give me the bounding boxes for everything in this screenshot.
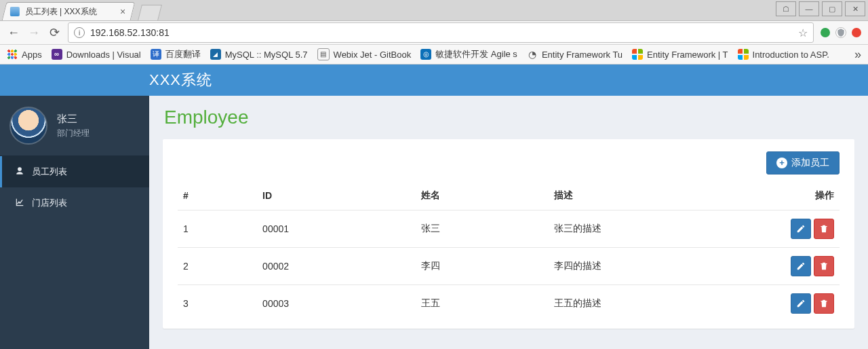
site-info-icon[interactable]: i — [74, 27, 85, 38]
bookmark-label: Entity Framework Tu — [542, 50, 623, 60]
bookmark-favicon-icon: ∞ — [52, 49, 62, 60]
cell-id: 00002 — [257, 248, 416, 285]
col-desc: 描述 — [549, 181, 747, 210]
sidebar-item-label: 门店列表 — [32, 197, 67, 209]
bookmark-label: Apps — [22, 50, 42, 60]
bookmark-favicon-icon: ◔ — [527, 49, 538, 60]
plus-circle-icon: + — [776, 158, 787, 168]
bookmark-favicon-icon: 译 — [151, 49, 161, 60]
sidebar-item-label: 员工列表 — [32, 166, 67, 178]
avatar — [9, 107, 47, 145]
sidebar: 张三 部门经理 员工列表 门店列表 — [0, 96, 149, 349]
cell-ops — [747, 285, 840, 323]
window-user-icon[interactable]: ☖ — [776, 1, 796, 16]
extension-icon[interactable] — [821, 28, 830, 37]
employee-table: # ID 姓名 描述 操作 100001张三张三的描述200002李四李四的描述… — [178, 181, 840, 322]
bookmark-item[interactable]: Entity Framework | T — [632, 49, 728, 60]
bookmark-label: Introduction to ASP. — [753, 50, 829, 60]
nav-reload-icon[interactable]: ⟳ — [47, 26, 61, 39]
bookmark-label: 百度翻译 — [165, 48, 201, 60]
cell-index: 2 — [178, 248, 257, 285]
window-controls: ☖ ― ▢ ✕ — [776, 1, 865, 16]
bookmarks-overflow-icon[interactable]: » — [854, 48, 861, 62]
bookmark-item[interactable]: ▤ Webix Jet - GitBook — [317, 48, 412, 60]
window-close-icon[interactable]: ✕ — [845, 1, 865, 16]
user-name: 张三 — [57, 113, 90, 126]
bookmark-favicon-icon — [738, 49, 749, 60]
employee-panel: + 添加员工 # ID 姓名 描述 操作 100001张三张 — [163, 139, 854, 329]
apps-icon — [7, 49, 18, 60]
bookmark-label: Downloads | Visual — [66, 50, 141, 60]
app-header: XXX系统 — [0, 65, 868, 96]
bookmark-favicon-icon: ◢ — [210, 49, 221, 60]
new-tab-button[interactable] — [138, 5, 162, 20]
cell-index: 1 — [178, 210, 257, 248]
cell-desc: 李四的描述 — [549, 248, 747, 285]
cell-name: 李四 — [416, 248, 548, 285]
bookmark-item[interactable]: 译 百度翻译 — [151, 48, 201, 60]
bookmark-label: MySQL :: MySQL 5.7 — [225, 50, 308, 60]
cell-name: 张三 — [416, 210, 548, 248]
cell-name: 王五 — [416, 285, 548, 323]
delete-button[interactable] — [814, 256, 834, 276]
user-icon — [14, 166, 25, 178]
bookmark-favicon-icon: ▤ — [317, 48, 330, 60]
bookmark-star-icon[interactable]: ☆ — [798, 26, 808, 39]
col-index: # — [178, 181, 257, 210]
table-row: 200002李四李四的描述 — [178, 248, 840, 285]
table-row: 300003王五王五的描述 — [178, 285, 840, 323]
user-role: 部门经理 — [57, 128, 90, 139]
content-area: Employee + 添加员工 # ID 姓名 描述 — [149, 96, 868, 349]
bookmarks-bar: Apps ∞ Downloads | Visual 译 百度翻译 ◢ MySQL… — [0, 45, 868, 65]
extension-icon[interactable] — [835, 27, 846, 38]
delete-button[interactable] — [814, 219, 834, 239]
edit-button[interactable] — [791, 219, 811, 239]
browser-toolbar: ← → ⟳ i 192.168.52.130:81 ☆ — [0, 21, 868, 45]
address-url: 192.168.52.130:81 — [90, 27, 170, 38]
window-maximize-icon[interactable]: ▢ — [822, 1, 842, 16]
extension-icon[interactable] — [852, 28, 861, 37]
cell-ops — [747, 210, 840, 248]
bookmark-item[interactable]: ∞ Downloads | Visual — [52, 49, 141, 60]
chart-icon — [14, 198, 25, 209]
browser-tabstrip: 员工列表 | XXX系统 × ☖ ― ▢ ✕ — [0, 0, 868, 21]
bookmark-item[interactable]: ◔ Entity Framework Tu — [527, 49, 623, 60]
tab-favicon — [10, 7, 20, 16]
cell-id: 00003 — [257, 285, 416, 323]
edit-button[interactable] — [791, 293, 811, 314]
cell-ops — [747, 248, 840, 285]
bookmark-item[interactable]: ◢ MySQL :: MySQL 5.7 — [210, 49, 308, 60]
page-title: Employee — [164, 107, 854, 128]
bookmark-favicon-icon: ◎ — [420, 49, 431, 60]
nav-back-icon[interactable]: ← — [7, 26, 20, 39]
tab-title: 员工列表 | XXX系统 — [25, 6, 97, 18]
bookmark-item[interactable]: Introduction to ASP. — [738, 49, 829, 60]
bookmark-label: Entity Framework | T — [647, 50, 728, 60]
tab-close-icon[interactable]: × — [120, 6, 125, 17]
delete-button[interactable] — [814, 293, 834, 314]
cell-desc: 王五的描述 — [549, 285, 747, 323]
browser-extensions — [821, 27, 861, 38]
cell-desc: 张三的描述 — [549, 210, 747, 248]
cell-id: 00001 — [257, 210, 416, 248]
add-employee-button[interactable]: + 添加员工 — [766, 151, 840, 174]
col-name: 姓名 — [416, 181, 548, 210]
cell-index: 3 — [178, 285, 257, 323]
address-bar[interactable]: i 192.168.52.130:81 ☆ — [68, 22, 814, 43]
table-row: 100001张三张三的描述 — [178, 210, 840, 248]
col-id: ID — [257, 181, 416, 210]
add-employee-label: 添加员工 — [791, 157, 829, 169]
sidebar-item-employees[interactable]: 员工列表 — [0, 156, 149, 187]
user-card: 张三 部门经理 — [0, 96, 149, 156]
window-minimize-icon[interactable]: ― — [799, 1, 819, 16]
bookmark-item[interactable]: ◎ 敏捷软件开发 Agile s — [420, 48, 517, 60]
bookmark-label: Webix Jet - GitBook — [334, 50, 412, 60]
nav-forward-icon[interactable]: → — [27, 26, 41, 39]
col-ops: 操作 — [747, 181, 840, 210]
edit-button[interactable] — [791, 256, 811, 276]
sidebar-item-stores[interactable]: 门店列表 — [0, 187, 149, 219]
bookmark-label: 敏捷软件开发 Agile s — [435, 48, 517, 60]
browser-tab-active[interactable]: 员工列表 | XXX系统 × — [2, 2, 136, 20]
app-brand: XXX系统 — [149, 70, 212, 90]
bookmark-apps[interactable]: Apps — [7, 49, 42, 60]
